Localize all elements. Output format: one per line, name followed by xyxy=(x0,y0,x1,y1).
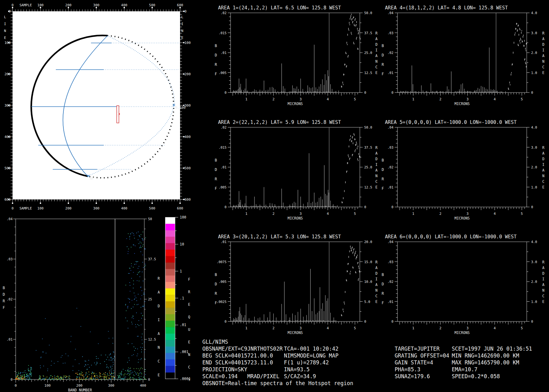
frequency-scatter xyxy=(15,231,146,380)
svg-text:2.0: 2.0 xyxy=(531,280,537,283)
svg-text:F: F xyxy=(215,186,217,191)
info-line: PROJECTION=SKY xyxy=(202,366,247,373)
svg-text:2: 2 xyxy=(272,97,274,101)
svg-text:N: N xyxy=(181,29,184,33)
svg-text:R: R xyxy=(215,291,217,296)
svg-text:B: B xyxy=(381,44,384,48)
svg-text:100: 100 xyxy=(37,206,44,210)
svg-text:C: C xyxy=(542,294,545,298)
svg-text:5: 5 xyxy=(354,212,356,216)
svg-text:I: I xyxy=(542,48,545,52)
svg-text:5: 5 xyxy=(521,212,523,216)
svg-text:A: A xyxy=(158,290,160,294)
svg-text:3.0: 3.0 xyxy=(531,146,537,149)
info-line: F(1 u)=2789.42 xyxy=(284,359,329,366)
svg-text:D: D xyxy=(542,42,545,47)
info-line: MIN RNG=1462690.00 KM xyxy=(452,352,519,359)
svg-text:2: 2 xyxy=(272,326,274,330)
svg-text:.01: .01 xyxy=(7,337,13,341)
panel-title: AREA 5=(0,0,0,0) LAT=-1000.0 LON=-1000.0… xyxy=(385,119,517,125)
svg-text:3: 3 xyxy=(466,212,469,216)
svg-text:2.0: 2.0 xyxy=(531,51,537,55)
svg-text:12.5: 12.5 xyxy=(148,337,156,341)
svg-text:.02: .02 xyxy=(221,125,227,129)
svg-text:R: R xyxy=(381,177,384,181)
svg-text:50: 50 xyxy=(148,217,152,221)
spectrum-panel-area2: AREA 2=(22,1,2,2) LAT= 5.9 LON= 125.8 WE… xyxy=(203,114,380,223)
svg-text:2: 2 xyxy=(439,326,441,330)
svg-text:1: 1 xyxy=(412,212,414,216)
svg-text:C: C xyxy=(542,179,545,184)
svg-text:4: 4 xyxy=(327,97,329,101)
svg-text:0,100: 0,100 xyxy=(175,106,185,110)
info-line: SUNAZ=179.6 xyxy=(395,373,430,379)
colorbar-label: F xyxy=(188,277,190,282)
spectrum-series xyxy=(231,127,360,207)
bdrf-band-frequency-panel: .04.03.02.0105037.52512.500100200300400B… xyxy=(0,213,162,392)
svg-text:400: 400 xyxy=(4,135,11,139)
svg-text:.03: .03 xyxy=(7,257,13,261)
svg-text:AREA 1=(24,1,2,2) LAT= 6.5 L: AREA 1=(24,1,2,2) LAT= 6.5 LON= 125.8 WE… xyxy=(218,5,341,11)
svg-text:AREA 4=(18,1,2,2) LAT= 4.8 L: AREA 4=(18,1,2,2) LAT= 4.8 LON= 125.8 WE… xyxy=(385,5,508,11)
svg-text:2: 2 xyxy=(117,110,119,114)
svg-text:0: 0 xyxy=(364,91,366,94)
svg-text:F: F xyxy=(188,277,190,282)
svg-text:4.0: 4.0 xyxy=(531,11,537,15)
svg-text:E: E xyxy=(542,299,545,304)
svg-text:C: C xyxy=(188,365,190,369)
svg-text:.03: .03 xyxy=(387,146,393,149)
svg-text:R: R xyxy=(215,62,217,67)
svg-text:B: B xyxy=(215,44,217,48)
frequency-colorbar: 100101.1.01.001.0001FREQUENCY xyxy=(162,213,204,392)
svg-text:200: 200 xyxy=(65,3,72,7)
svg-text:.01: .01 xyxy=(387,185,393,189)
svg-text:500: 500 xyxy=(149,206,155,210)
svg-text:N: N xyxy=(542,59,545,64)
colorbar-label: Q xyxy=(188,315,190,319)
svg-text:E: E xyxy=(542,185,545,189)
panel-title: AREA 2=(22,1,2,2) LAT= 5.9 LON= 125.8 WE… xyxy=(218,119,341,125)
svg-text:L: L xyxy=(4,15,6,19)
svg-text:D: D xyxy=(3,292,5,297)
panel-title: AREA 6=(0,0,0,0) LAT=-1000.0 LON=-1000.0… xyxy=(385,234,517,240)
svg-text:F: F xyxy=(381,186,384,191)
svg-text:F: F xyxy=(215,72,217,76)
svg-text:.01: .01 xyxy=(221,165,227,169)
svg-text:500: 500 xyxy=(149,3,155,7)
svg-text:.005: .005 xyxy=(219,280,227,283)
svg-text:1: 1 xyxy=(245,326,248,330)
svg-text:E: E xyxy=(188,340,190,344)
svg-text:5: 5 xyxy=(521,326,523,330)
colorbar-blocks xyxy=(165,217,175,379)
svg-text:0: 0 xyxy=(225,320,227,323)
svg-text:.015: .015 xyxy=(219,31,227,35)
info-line: END SCLK=04015723.11.0 xyxy=(202,359,273,366)
panel-title: AREA 4=(18,1,2,2) LAT= 4.8 LON= 125.8 WE… xyxy=(385,5,508,11)
info-line: NIMSMODE=LONG MAP xyxy=(284,352,338,359)
svg-text:100: 100 xyxy=(45,384,51,388)
svg-text:C: C xyxy=(158,359,160,363)
svg-text:300: 300 xyxy=(93,3,99,7)
svg-text:A: A xyxy=(542,266,545,270)
svg-text:AREA 5=(0,0,0,0) LAT=-1000.0 L: AREA 5=(0,0,0,0) LAT=-1000.0 LON=-1000.0… xyxy=(385,119,517,125)
svg-text:N: N xyxy=(542,174,545,178)
colorbar-label: U xyxy=(188,327,190,332)
svg-text:.005: .005 xyxy=(219,185,227,189)
svg-text:.04: .04 xyxy=(387,240,393,244)
info-line: S/CAZ=34.9 xyxy=(284,373,316,379)
svg-text:B: B xyxy=(381,273,384,277)
svg-text:A: A xyxy=(542,168,545,172)
svg-text:B: B xyxy=(215,273,217,277)
svg-text:1.0: 1.0 xyxy=(531,71,537,75)
svg-text:MICRONS: MICRONS xyxy=(288,331,303,335)
svg-text:0: 0 xyxy=(364,320,366,323)
svg-text:300: 300 xyxy=(93,206,99,210)
colorbar-label: N xyxy=(188,352,190,357)
svg-text:F: F xyxy=(381,72,384,76)
colorbar-label: R xyxy=(188,290,190,294)
svg-text:4: 4 xyxy=(494,326,496,330)
svg-text:I: I xyxy=(542,162,545,167)
svg-text:0: 0 xyxy=(531,91,533,94)
svg-text:.01: .01 xyxy=(221,51,227,55)
svg-text:D: D xyxy=(215,53,217,57)
